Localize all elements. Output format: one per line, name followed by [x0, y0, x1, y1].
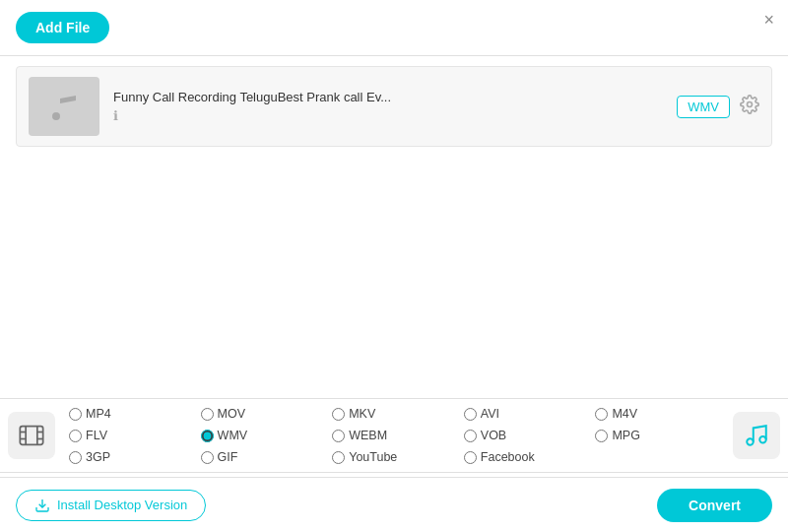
format-option-webm[interactable]: WEBM	[328, 427, 460, 444]
svg-point-0	[748, 101, 753, 106]
format-icon-right	[733, 412, 780, 459]
filmstrip-icon	[18, 422, 45, 449]
svg-point-8	[747, 438, 754, 445]
format-badge[interactable]: WMV	[677, 96, 730, 118]
file-list: Funny Call Recording TeluguBest Prank ca…	[0, 56, 788, 157]
close-button[interactable]: ×	[763, 10, 774, 31]
bottom-bar: Install Desktop Version Convert	[0, 477, 788, 532]
info-icon[interactable]: ℹ	[113, 108, 118, 123]
settings-icon[interactable]	[740, 95, 759, 119]
file-title: Funny Call Recording TeluguBest Prank ca…	[113, 90, 665, 104]
format-option-mp4[interactable]: MP4	[65, 405, 197, 423]
audio-icon	[744, 423, 769, 448]
radio-flv[interactable]	[69, 430, 82, 442]
convert-button[interactable]: Convert	[657, 489, 772, 522]
format-option-vob[interactable]: VOB	[460, 427, 592, 444]
radio-facebook[interactable]	[464, 451, 477, 464]
add-file-button[interactable]: Add File	[16, 12, 109, 43]
install-desktop-button[interactable]: Install Desktop Version	[16, 490, 206, 521]
format-option-wmv[interactable]: WMV	[197, 427, 329, 444]
radio-avi[interactable]	[464, 408, 477, 421]
radio-webm[interactable]	[332, 430, 345, 442]
svg-rect-1	[20, 427, 42, 445]
format-option-mkv[interactable]: MKV	[328, 405, 460, 423]
file-thumbnail	[29, 77, 99, 136]
format-icon-left	[8, 412, 55, 459]
format-options: MP4 MOV MKV AVI M4V FLV WMV WEBM	[65, 405, 723, 466]
format-option-gif[interactable]: GIF	[197, 448, 329, 466]
format-option-facebook[interactable]: Facebook	[460, 448, 592, 466]
radio-m4v[interactable]	[595, 408, 608, 421]
radio-vob[interactable]	[464, 430, 477, 442]
radio-mpg[interactable]	[595, 430, 608, 442]
svg-point-9	[759, 436, 766, 443]
download-icon	[34, 498, 50, 513]
format-option-m4v[interactable]: M4V	[591, 405, 723, 423]
file-item: Funny Call Recording TeluguBest Prank ca…	[16, 66, 772, 147]
music-icon	[46, 89, 82, 124]
radio-mov[interactable]	[201, 408, 214, 421]
radio-mkv[interactable]	[332, 408, 345, 421]
radio-gif[interactable]	[201, 451, 214, 464]
format-bar: MP4 MOV MKV AVI M4V FLV WMV WEBM	[0, 398, 788, 473]
format-option-3gp[interactable]: 3GP	[65, 448, 197, 466]
radio-3gp[interactable]	[69, 451, 82, 464]
radio-wmv[interactable]	[201, 430, 214, 442]
format-option-mpg[interactable]: MPG	[591, 427, 723, 444]
top-bar: Add File	[0, 0, 788, 56]
format-option-flv[interactable]: FLV	[65, 427, 197, 444]
radio-mp4[interactable]	[69, 408, 82, 421]
format-option-avi[interactable]: AVI	[460, 405, 592, 423]
file-info: Funny Call Recording TeluguBest Prank ca…	[113, 90, 665, 123]
radio-youtube[interactable]	[332, 451, 345, 464]
format-option-youtube[interactable]: YouTube	[328, 448, 460, 466]
format-option-mov[interactable]: MOV	[197, 405, 329, 423]
file-actions: WMV	[677, 95, 759, 119]
